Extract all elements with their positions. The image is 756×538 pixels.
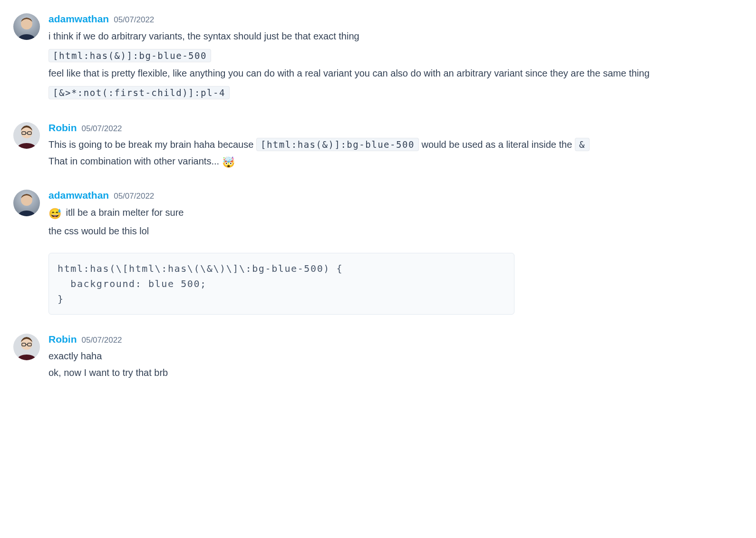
inline-code: [html:has(&)]:bg-blue-500 bbox=[256, 138, 419, 151]
message: Robin05/07/2022This is going to be break… bbox=[13, 120, 743, 171]
text-fragment: That in combination with other variants.… bbox=[48, 156, 222, 166]
message-header: Robin05/07/2022 bbox=[48, 120, 743, 136]
timestamp: 05/07/2022 bbox=[114, 14, 154, 26]
message-text: ok, now I want to try that brb bbox=[48, 365, 743, 380]
inline-code: & bbox=[575, 138, 590, 151]
timestamp: 05/07/2022 bbox=[114, 190, 154, 202]
code-line: [html:has(&)]:bg-blue-500 bbox=[48, 48, 743, 63]
message-text: feel like that is pretty flexible, like … bbox=[48, 66, 743, 81]
avatar[interactable] bbox=[13, 122, 40, 149]
avatar[interactable] bbox=[13, 190, 40, 216]
text-fragment: would be used as a literal inside the bbox=[419, 139, 575, 150]
username[interactable]: Robin bbox=[48, 120, 77, 136]
message: adamwathan05/07/2022i think if we do arb… bbox=[13, 11, 743, 103]
code-line: [&>*:not(:first-child)]:pl-4 bbox=[48, 86, 743, 100]
text-fragment: itll be a brain melter for sure bbox=[63, 207, 184, 218]
timestamp: 05/07/2022 bbox=[81, 334, 122, 346]
message-content: Robin05/07/2022This is going to be break… bbox=[48, 120, 743, 171]
message-text: i think if we do arbitrary variants, the… bbox=[48, 29, 743, 44]
username[interactable]: adamwathan bbox=[48, 11, 109, 27]
message-content: Robin05/07/2022exactly hahaok, now I wan… bbox=[48, 332, 743, 381]
message-text: That in combination with other variants.… bbox=[48, 154, 743, 171]
text-fragment: This is going to be break my brain haha … bbox=[48, 139, 256, 150]
message-text: This is going to be break my brain haha … bbox=[48, 137, 743, 152]
message-text: the css would be this lol bbox=[48, 224, 743, 239]
code-block: html:has(\[html\:has\(\&\)\]\:bg-blue-50… bbox=[48, 253, 514, 315]
emoji-icon: 🤯 bbox=[222, 154, 235, 171]
avatar[interactable] bbox=[13, 13, 40, 40]
inline-code: [&>*:not(:first-child)]:pl-4 bbox=[48, 86, 230, 99]
message-content: adamwathan05/07/2022😅 itll be a brain me… bbox=[48, 188, 743, 315]
message-text: exactly haha bbox=[48, 349, 743, 364]
message: adamwathan05/07/2022😅 itll be a brain me… bbox=[13, 188, 743, 315]
message-text: 😅 itll be a brain melter for sure bbox=[48, 205, 743, 222]
message-header: Robin05/07/2022 bbox=[48, 332, 743, 347]
username[interactable]: Robin bbox=[48, 332, 77, 347]
avatar[interactable] bbox=[13, 334, 40, 360]
message: Robin05/07/2022exactly hahaok, now I wan… bbox=[13, 332, 743, 381]
message-list: adamwathan05/07/2022i think if we do arb… bbox=[13, 11, 743, 380]
message-content: adamwathan05/07/2022i think if we do arb… bbox=[48, 11, 743, 103]
inline-code: [html:has(&)]:bg-blue-500 bbox=[48, 49, 211, 62]
message-header: adamwathan05/07/2022 bbox=[48, 188, 743, 203]
message-header: adamwathan05/07/2022 bbox=[48, 11, 743, 27]
emoji-icon: 😅 bbox=[48, 206, 61, 222]
username[interactable]: adamwathan bbox=[48, 188, 109, 203]
timestamp: 05/07/2022 bbox=[81, 123, 122, 135]
